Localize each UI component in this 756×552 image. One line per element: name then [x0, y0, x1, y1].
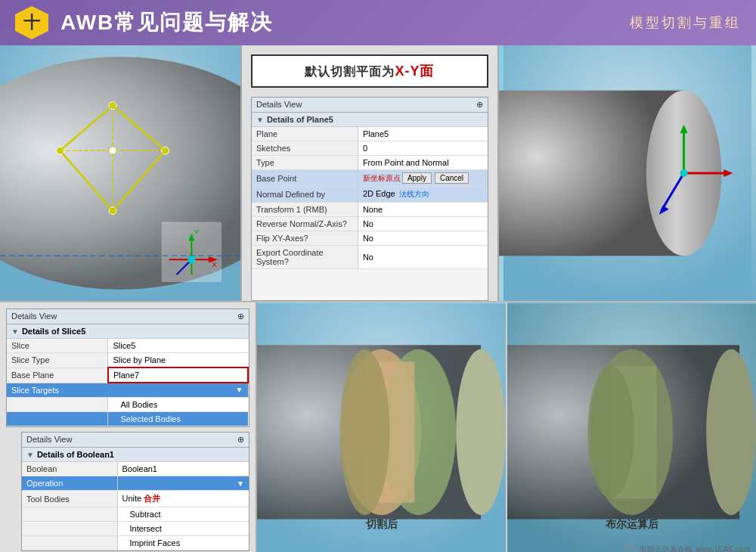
- unite-chinese: 合并: [144, 494, 160, 503]
- selected-bodies-row: Selected Bodies: [7, 412, 248, 426]
- slice5-table: Slice Slice5 Slice Type Slice by Plane B…: [7, 339, 249, 426]
- all-bodies-label[interactable]: All Bodies: [108, 398, 248, 412]
- main-content: Y X 默认切割平面为X-Y面: [0, 45, 756, 552]
- svg-point-46: [587, 366, 634, 498]
- subtract-label[interactable]: Subtract: [117, 507, 249, 522]
- svg-text:X: X: [212, 260, 217, 268]
- row-label: Plane: [252, 127, 358, 141]
- base-point-row: Base Point 新坐标原点 Apply Cancel: [252, 170, 488, 187]
- svg-text:1: 1: [627, 547, 630, 552]
- row-label: Slice Type: [7, 353, 108, 368]
- svg-point-38: [456, 349, 506, 515]
- top-left-3d-view: Y X: [0, 45, 242, 301]
- unite-value: Unite: [122, 494, 142, 503]
- slice-targets-row: Slice Targets ▼: [7, 383, 248, 398]
- row-label: Tool Bodies: [22, 491, 117, 507]
- collapse-icon[interactable]: ▼: [256, 116, 264, 124]
- after-cut-label: 切割后: [366, 518, 398, 532]
- boolean-pin[interactable]: ⊕: [237, 435, 244, 445]
- svg-point-44: [706, 349, 756, 515]
- watermark: 1 有限元仿真在线 www.1CAE.com: [624, 544, 750, 552]
- slice-section-title: Details of Slice5: [22, 327, 85, 336]
- row-value: From Point and Normal: [358, 156, 488, 170]
- details-panel-header-text: Details View: [256, 100, 302, 110]
- boolean-collapse-icon[interactable]: ▼: [26, 451, 34, 459]
- bottom-3d-views-container: 切割后: [257, 302, 756, 552]
- after-boolean-label: 布尔运算后: [606, 518, 658, 532]
- after-cut-view: 切割后: [257, 302, 506, 552]
- operation-row: Operation ▼: [22, 476, 249, 491]
- plane5-table: Plane Plane5 Sketches 0 Type From Point …: [252, 127, 488, 269]
- details-section-title: Details of Plane5: [267, 115, 333, 124]
- row-label: Reverse Normal/Z-Axis?: [252, 217, 358, 231]
- svg-point-33: [680, 169, 688, 177]
- details-panel-header: Details View ⊕: [252, 98, 488, 113]
- all-bodies-row: All Bodies: [7, 398, 248, 412]
- title-prefix: 默认切割平面为: [305, 65, 395, 78]
- tool-bodies-row: Tool Bodies Unite 合并: [22, 491, 249, 507]
- base-plane-value[interactable]: Plane7: [108, 367, 248, 383]
- imprint-faces-row: Imprint Faces: [22, 536, 249, 550]
- row-label: Boolean: [22, 462, 117, 476]
- cancel-button[interactable]: Cancel: [435, 172, 469, 184]
- row-value: Slice by Plane: [108, 353, 248, 368]
- row-value: No: [358, 217, 488, 231]
- header-subtitle: 模型切割与重组: [630, 14, 741, 32]
- intersect-row: Intersect: [22, 522, 249, 536]
- top-right-3d-view: [499, 45, 756, 301]
- title-box: 默认切割平面为X-Y面: [251, 54, 488, 88]
- table-row: Export Coordinate System? No: [252, 246, 488, 269]
- slice-panel-title: ▼ Details of Slice5: [7, 324, 249, 339]
- table-row: Type From Point and Normal: [252, 156, 488, 170]
- operation-value[interactable]: ▼: [117, 476, 249, 491]
- after-boolean-view: 布尔运算后 1 有限元仿真在线 www.1CAE.com: [507, 302, 756, 552]
- row-label: Export Coordinate System?: [252, 246, 358, 269]
- base-point-chinese: 新坐标原点: [363, 173, 401, 184]
- table-row: Slice Type Slice by Plane: [7, 353, 248, 368]
- row-value: None: [358, 203, 488, 217]
- subtract-row: Subtract: [22, 507, 249, 522]
- title-highlight: X-Y面: [395, 64, 434, 79]
- row-label: Transform 1 (RMB): [252, 203, 358, 217]
- boolean1-panel: Details View ⊕ ▼ Details of Boolean1 Boo…: [21, 432, 249, 551]
- row-label: Type: [252, 156, 358, 170]
- svg-point-9: [109, 147, 116, 154]
- normal-defined-row: Normal Defined by 2D Edge 法线方向: [252, 187, 488, 203]
- apply-button[interactable]: Apply: [402, 172, 432, 184]
- boolean-header-text: Details View: [26, 435, 72, 445]
- watermark-url: www.1CAE.com: [696, 545, 750, 552]
- plane5-details-panel: Details View ⊕ ▼ Details of Plane5 Plane…: [251, 97, 488, 301]
- normal-chinese-label: 法线方向: [399, 190, 429, 198]
- selected-bodies-label[interactable]: Selected Bodies: [108, 412, 248, 426]
- table-row: Plane Plane5: [252, 127, 488, 141]
- table-row: Slice Slice5: [7, 339, 248, 353]
- row-value: 2D Edge 法线方向: [358, 187, 488, 203]
- slice-targets-label[interactable]: Slice Targets ▼: [7, 383, 248, 398]
- details-panel-pin[interactable]: ⊕: [476, 100, 483, 110]
- bottom-right-views: 切割后: [257, 302, 756, 552]
- boolean-panel-title: ▼ Details of Boolean1: [22, 448, 249, 462]
- indent-spacer: [22, 522, 117, 536]
- table-row: Boolean Boolean1: [22, 462, 249, 476]
- slice-collapse-icon[interactable]: ▼: [11, 327, 19, 336]
- header-icon-text: 十: [23, 11, 40, 34]
- watermark-icon: 1: [624, 544, 637, 552]
- intersect-label[interactable]: Intersect: [117, 522, 249, 536]
- watermark-logo: 1 有限元仿真在线 www.1CAE.com: [624, 544, 750, 552]
- indent-spacer: [7, 412, 108, 426]
- bottom-left-panels: Details View ⊕ ▼ Details of Slice5 Slice…: [0, 302, 257, 552]
- table-row: Sketches 0: [252, 141, 488, 156]
- base-plane-row: Base Plane Plane7: [7, 367, 248, 383]
- base-plane-label: Base Plane: [7, 367, 108, 383]
- imprint-faces-label[interactable]: Imprint Faces: [117, 536, 249, 550]
- svg-point-40: [340, 349, 390, 515]
- bottom-section: Details View ⊕ ▼ Details of Slice5 Slice…: [0, 302, 756, 552]
- table-row: Flip XY-Axes? No: [252, 231, 488, 246]
- slice-panel-header: Details View ⊕: [7, 309, 249, 324]
- watermark-text: 有限元仿真在线: [640, 544, 692, 552]
- row-label: Slice: [7, 339, 108, 353]
- slice-header-text: Details View: [11, 312, 57, 321]
- slice-pin[interactable]: ⊕: [237, 312, 244, 321]
- row-value: Unite 合并: [117, 491, 249, 507]
- row-label: Flip XY-Axes?: [252, 231, 358, 246]
